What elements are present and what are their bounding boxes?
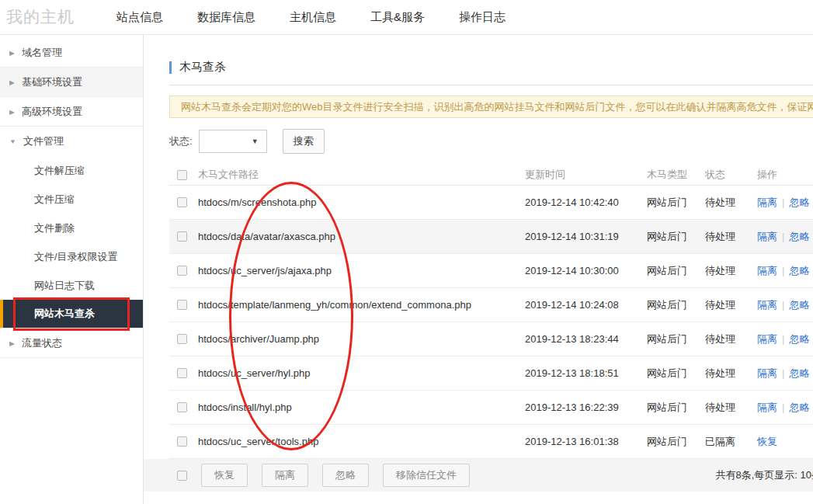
action-divider: | — [782, 299, 784, 311]
footer-select-all-checkbox[interactable] — [177, 471, 187, 481]
ignore-link[interactable]: 忽略 — [789, 231, 809, 242]
remove-trusted-file-button[interactable]: 移除信任文件 — [383, 464, 470, 487]
ignore-button[interactable]: 忽略 — [322, 464, 369, 487]
isolate-button[interactable]: 隔离 — [262, 464, 308, 487]
action-divider: | — [782, 401, 784, 413]
status-badge: 待处理 — [705, 332, 757, 346]
ignore-link[interactable]: 忽略 — [789, 367, 809, 379]
arrow-down-icon: ▼ — [9, 138, 16, 145]
update-time: 2019-12-14 10:42:40 — [525, 196, 647, 208]
trojan-type: 网站后门 — [647, 230, 705, 244]
table-header-checkbox-cell — [169, 170, 198, 180]
trojan-file-path: htdocs/uc_server/js/ajaxa.php — [198, 265, 525, 276]
sidebar-item-label: 文件解压缩 — [34, 164, 85, 178]
top-header: 我的主机 站点信息 数据库信息 主机信息 工具&服务 操作日志 — [0, 0, 813, 35]
row-checkbox[interactable] — [177, 436, 187, 447]
status-select[interactable]: ▼ — [199, 130, 267, 153]
sidebar-item-label: 基础环境设置 — [22, 75, 82, 89]
table-row: htdocs/uc_server/js/ajaxa.php 2019-12-14… — [169, 254, 813, 288]
arrow-right-icon: ▶ — [9, 108, 15, 115]
nav-tab-operation-log[interactable]: 操作日志 — [459, 10, 506, 25]
restore-button[interactable]: 恢复 — [201, 464, 248, 487]
sidebar-item-label: 文件压缩 — [34, 193, 75, 207]
sidebar-item-label: 网站日志下载 — [34, 279, 95, 293]
nav-tab-host-info[interactable]: 主机信息 — [290, 10, 336, 25]
status-badge: 待处理 — [705, 196, 757, 210]
sidebar-item-advanced-env-settings[interactable]: ▶ 高级环境设置 — [0, 97, 143, 127]
row-checkbox[interactable] — [177, 334, 187, 344]
sidebar-item-file-delete[interactable]: 文件删除 — [0, 214, 143, 242]
sidebar-item-file-permission-settings[interactable]: 文件/目录权限设置 — [0, 242, 143, 271]
update-time: 2019-12-13 18:23:44 — [525, 333, 647, 345]
search-button[interactable]: 搜索 — [283, 129, 325, 154]
action-divider: | — [782, 196, 784, 208]
update-time: 2019-12-13 16:01:38 — [525, 436, 647, 447]
sidebar-item-domain-management[interactable]: ▶ 域名管理 — [0, 38, 143, 68]
sidebar-item-site-log-download[interactable]: 网站日志下载 — [0, 271, 143, 300]
row-checkbox[interactable] — [177, 368, 187, 378]
ignore-link[interactable]: 忽略 — [789, 401, 809, 413]
update-time: 2019-12-14 10:31:19 — [525, 231, 647, 242]
sidebar-item-basic-env-settings[interactable]: ▶ 基础环境设置 — [0, 68, 143, 97]
action-divider: | — [782, 265, 784, 276]
table-footer-bar: 恢复 隔离 忽略 移除信任文件 共有8条,每页显示: 10条 « ‹ 1 › » — [144, 459, 813, 492]
row-checkbox[interactable] — [177, 231, 187, 242]
ignore-link[interactable]: 忽略 — [789, 299, 809, 311]
row-checkbox[interactable] — [177, 197, 187, 207]
top-nav: 站点信息 数据库信息 主机信息 工具&服务 操作日志 — [116, 10, 540, 25]
status-badge: 待处理 — [705, 367, 757, 381]
trojan-table: 木马文件路径 更新时间 木马类型 状态 操作 htdocs/m/screensh… — [169, 165, 813, 459]
title-divider — [169, 85, 813, 85]
sidebar-item-file-management[interactable]: ▼ 文件管理 — [0, 127, 143, 156]
row-checkbox[interactable] — [177, 402, 187, 412]
sidebar-item-label: 文件管理 — [23, 134, 64, 148]
column-header-status: 状态 — [705, 168, 757, 182]
ignore-link[interactable]: 忽略 — [789, 333, 809, 345]
nav-tab-site-info[interactable]: 站点信息 — [116, 10, 163, 25]
column-header-type: 木马类型 — [647, 168, 705, 182]
trojan-file-path: htdocs/uc_server/hyl.php — [198, 367, 525, 379]
isolate-link[interactable]: 隔离 — [757, 231, 777, 242]
trojan-file-path: htdocs/template/lanmeng_yh/common/extend… — [198, 299, 525, 311]
nav-tab-database-info[interactable]: 数据库信息 — [197, 10, 255, 25]
update-time: 2019-12-14 10:24:08 — [525, 299, 647, 311]
isolate-link[interactable]: 隔离 — [757, 196, 777, 208]
trojan-file-path: htdocs/data/avatar/axasca.php — [198, 231, 525, 242]
table-header-row: 木马文件路径 更新时间 木马类型 状态 操作 — [169, 165, 813, 186]
status-badge: 待处理 — [705, 230, 757, 244]
status-badge: 待处理 — [705, 401, 757, 415]
trojan-file-path: htdocs/install/hyl.php — [198, 401, 525, 413]
restore-link[interactable]: 恢复 — [757, 436, 777, 447]
update-time: 2019-12-13 18:18:51 — [525, 367, 647, 379]
select-all-checkbox[interactable] — [177, 170, 187, 180]
row-checkbox[interactable] — [177, 300, 187, 310]
sidebar-item-label: 文件/目录权限设置 — [34, 250, 118, 264]
isolate-link[interactable]: 隔离 — [757, 401, 777, 413]
sidebar-item-label: 网站木马查杀 — [34, 307, 95, 321]
nav-tab-tools-services[interactable]: 工具&服务 — [370, 10, 425, 25]
isolate-link[interactable]: 隔离 — [757, 299, 777, 311]
ignore-link[interactable]: 忽略 — [789, 196, 809, 208]
sidebar-item-traffic-status[interactable]: ▶ 流量状态 — [0, 328, 143, 358]
table-row: htdocs/template/lanmeng_yh/common/extend… — [169, 288, 813, 322]
isolate-link[interactable]: 隔离 — [757, 265, 777, 276]
sidebar-item-file-decompress[interactable]: 文件解压缩 — [0, 156, 143, 185]
title-accent-bar — [169, 61, 172, 74]
sidebar: ▶ 域名管理 ▶ 基础环境设置 ▶ 高级环境设置 ▼ 文件管理 文件解压缩 文件… — [0, 35, 144, 504]
table-row: htdocs/data/avatar/axasca.php 2019-12-14… — [169, 220, 813, 254]
arrow-right-icon: ▶ — [9, 49, 15, 56]
arrow-right-icon: ▶ — [9, 78, 15, 85]
status-filter-label: 状态: — [169, 134, 193, 148]
sidebar-item-site-trojan-scan[interactable]: 网站木马查杀 — [0, 300, 143, 328]
column-header-path: 木马文件路径 — [198, 168, 525, 182]
trojan-file-path: htdocs/m/screenshota.php — [198, 196, 525, 208]
isolate-link[interactable]: 隔离 — [757, 367, 777, 379]
sidebar-item-label: 文件删除 — [34, 221, 75, 235]
update-time: 2019-12-13 16:22:39 — [525, 401, 647, 413]
arrow-right-icon: ▶ — [9, 339, 15, 346]
sidebar-item-file-compress[interactable]: 文件压缩 — [0, 185, 143, 214]
row-checkbox[interactable] — [177, 266, 187, 276]
ignore-link[interactable]: 忽略 — [789, 265, 809, 276]
isolate-link[interactable]: 隔离 — [757, 333, 777, 345]
trojan-type: 网站后门 — [647, 401, 705, 415]
